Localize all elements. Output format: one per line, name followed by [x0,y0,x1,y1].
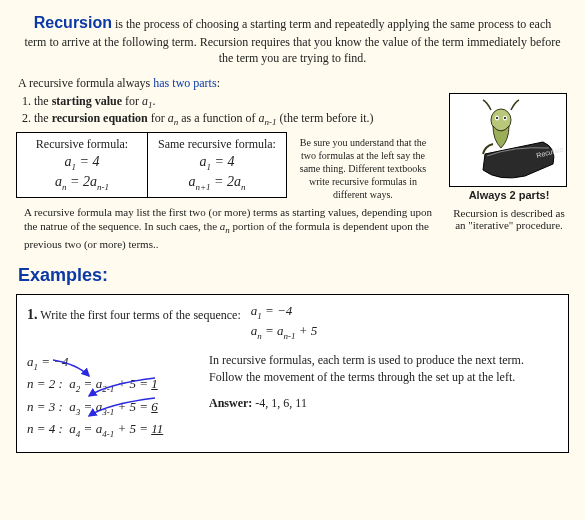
f2-line1: a1 = 4 [158,154,276,172]
svg-point-2 [496,117,498,119]
dependency-note: A recursive formula may list the first t… [24,205,444,251]
example-prompt: 1. Write the first four terms of the seq… [27,303,241,323]
part2-a: the [34,111,52,125]
figure-caption: Always 2 parts! [449,189,569,201]
parts-lead-text: A recursive formula always [18,76,153,90]
explanation: In recursive formulas, each term is used… [209,352,558,442]
arrow-overlay-icon [35,354,175,422]
f1-line1: a1 = 4 [27,154,137,172]
recursion-image: Recursion [449,93,567,187]
formula-table: Recursive formula: a1 = 4 an = 2an-1 Sam… [16,132,287,199]
intro-paragraph: Recursion is the process of choosing a s… [22,12,563,66]
svg-point-4 [504,117,506,119]
tip-text: Be sure you understand that the two form… [293,132,433,201]
iterative-note: Recursion is described as an "iterative"… [449,207,569,231]
title-word: Recursion [34,14,112,31]
wizard-coaster-icon: Recursion [453,96,563,184]
part1-a: the [34,94,52,108]
part-item-2: the recursion equation for an as a funct… [34,111,449,127]
f1-line2: an = 2an-1 [27,174,137,192]
example-number: 1. [27,307,38,322]
part2-b: recursion equation [52,111,148,125]
part1-c: for [122,94,142,108]
formula-cell-1: Recursive formula: a1 = 4 an = 2an-1 [17,132,148,198]
iterative-b: an "iterative" procedure. [449,219,569,231]
figure-column: Recursion Always 2 parts! Recursion is d… [449,93,569,231]
sequence-definition: a1 = −4 an = an-1 + 5 [251,303,318,342]
parts-lead-line: A recursive formula always has two parts… [18,76,569,91]
formula-cell-2: Same recursive formula: a1 = 4 an+1 = 2a… [148,132,287,198]
answer-values: -4, 1, 6, 11 [252,396,307,410]
col2-head: Same recursive formula: [158,137,276,152]
f2-line2: an+1 = 2an [158,174,276,192]
part2-e: (the term before it.) [277,111,374,125]
has-two-parts-link: has two parts [153,76,216,90]
iterative-a: Recursion is described as [449,207,569,219]
col1-head: Recursive formula: [27,137,137,152]
example-prompt-text: Write the first four terms of the sequen… [40,308,240,322]
part2-d: as a function of [178,111,258,125]
worked-steps: a1 = −4 n = 2 : a2 = a2-1 + 5 = 1 n = 3 … [27,352,187,442]
examples-heading: Examples: [18,265,569,286]
part-item-1: the starting value for a1. [34,94,449,110]
example-1: 1. Write the first four terms of the seq… [16,294,569,453]
part1-b: starting value [52,94,122,108]
parts-list: the starting value for a1. the recursion… [34,94,449,128]
answer-label: Answer: [209,396,252,410]
explain-text: In recursive formulas, each term is used… [209,352,558,386]
part2-c: for [148,111,168,125]
